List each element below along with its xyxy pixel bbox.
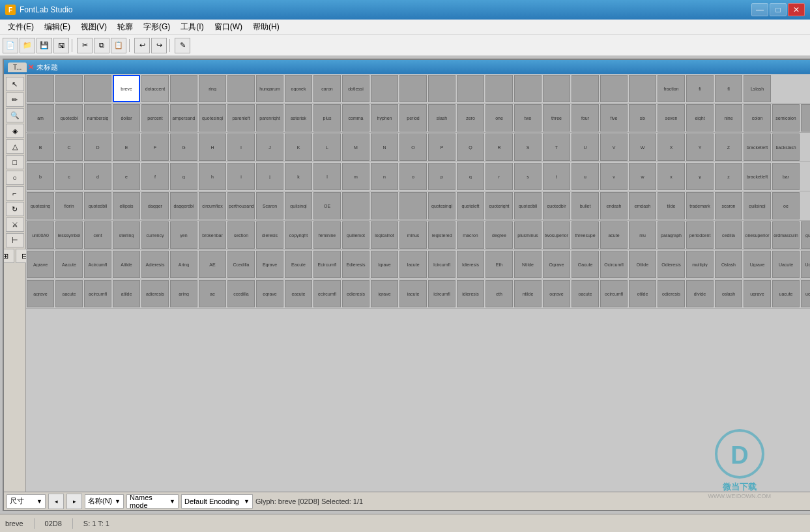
- glyph-cell[interactable]: two: [514, 104, 542, 132]
- glyph-cell[interactable]: [457, 75, 484, 102]
- glyph-cell[interactable]: quotesing: [27, 192, 54, 219]
- glyph-cell[interactable]: ae: [199, 280, 226, 307]
- glyph-cell[interactable]: Adieresis: [141, 251, 169, 278]
- glyph-cell[interactable]: lesssymbol: [55, 221, 83, 249]
- glyph-cell[interactable]: i: [227, 163, 255, 190]
- glyph-cell[interactable]: Aring: [170, 251, 197, 278]
- glyph-cell[interactable]: aring: [170, 280, 197, 307]
- glyph-cell[interactable]: percent: [141, 104, 169, 132]
- glyph-cell[interactable]: ntilde: [514, 280, 542, 307]
- close-button[interactable]: ✕: [788, 3, 805, 16]
- glyph-cell[interactable]: zero: [457, 104, 484, 132]
- tool-zoom[interactable]: 🔍: [6, 108, 24, 122]
- glyph-cell[interactable]: agrave: [27, 280, 54, 307]
- glyph-cell[interactable]: y: [686, 163, 714, 190]
- glyph-cell[interactable]: E: [113, 133, 140, 161]
- glyph-cell[interactable]: eacute: [285, 280, 312, 307]
- tool-ellipse[interactable]: ○: [6, 171, 24, 185]
- glyph-cell[interactable]: dotaccent: [141, 75, 169, 102]
- glyph-cell[interactable]: F: [141, 133, 169, 161]
- glyph-cell[interactable]: Ucircumfl: [801, 251, 810, 278]
- glyph-cell[interactable]: Igrave: [371, 251, 398, 278]
- glyph-cell[interactable]: section: [227, 221, 255, 249]
- glyph-cell[interactable]: six: [629, 104, 656, 132]
- glyph-cell[interactable]: Acircumfl: [84, 251, 111, 278]
- glyph-cell[interactable]: hungarum: [256, 75, 283, 102]
- glyph-cell[interactable]: edieresis: [342, 280, 369, 307]
- glyph-cell[interactable]: parenleft: [227, 104, 255, 132]
- tool-shape[interactable]: △: [6, 139, 24, 154]
- glyph-cell[interactable]: uacute: [772, 280, 800, 307]
- tb-cut[interactable]: ✂: [77, 38, 93, 53]
- glyph-cell[interactable]: quoteleft: [457, 192, 484, 219]
- glyph-cell[interactable]: N: [371, 133, 398, 161]
- glyph-cell[interactable]: [399, 192, 427, 219]
- minimize-button[interactable]: —: [751, 3, 768, 16]
- glyph-cell[interactable]: quoteright: [485, 192, 513, 219]
- glyph-cell[interactable]: degree: [485, 221, 513, 249]
- glyph-cell[interactable]: n: [371, 163, 398, 190]
- glyph-cell[interactable]: ocircumfl: [600, 280, 628, 307]
- glyph-cell[interactable]: daggerdbl: [170, 192, 197, 219]
- glyph-cell[interactable]: Agrave: [27, 251, 54, 278]
- glyph-cell[interactable]: paragraph: [658, 221, 685, 249]
- menu-help[interactable]: 帮助(H): [248, 20, 285, 35]
- glyph-cell[interactable]: [27, 75, 54, 102]
- glyph-cell[interactable]: Z: [715, 133, 742, 161]
- glyph-cell[interactable]: v: [600, 163, 628, 190]
- tool-extra1[interactable]: ⊞: [4, 249, 14, 263]
- glyph-cell[interactable]: oslash: [715, 280, 742, 307]
- zoom-fit-btn[interactable]: ◂: [48, 494, 64, 509]
- glyph-cell[interactable]: [571, 75, 599, 102]
- glyph-cell[interactable]: Ccedilla: [227, 251, 255, 278]
- glyph-cell[interactable]: bracketleft: [744, 133, 771, 161]
- glyph-cell[interactable]: oe: [772, 192, 800, 219]
- glyph-cell[interactable]: slash: [428, 104, 456, 132]
- glyph-cell[interactable]: bracketleft: [744, 163, 771, 190]
- glyph-cell[interactable]: Otilde: [629, 251, 656, 278]
- zoom-fit-btn2[interactable]: ▸: [66, 494, 82, 509]
- glyph-cell[interactable]: [84, 75, 111, 102]
- menu-view[interactable]: 视图(V): [76, 20, 112, 35]
- tb-redo[interactable]: ↪: [151, 38, 167, 53]
- glyph-cell[interactable]: currency: [141, 221, 169, 249]
- glyph-cell[interactable]: ogonek: [285, 75, 312, 102]
- glyph-cell[interactable]: five: [600, 104, 628, 132]
- glyph-cell[interactable]: [227, 75, 255, 102]
- glyph-cell[interactable]: Iacute: [399, 251, 427, 278]
- glyph-cell[interactable]: quotedbll: [84, 192, 111, 219]
- glyph-cell[interactable]: z: [715, 163, 742, 190]
- tool-rect[interactable]: □: [6, 155, 24, 169]
- font-tab-close[interactable]: ✕: [28, 63, 34, 72]
- glyph-cell[interactable]: ellipsis: [113, 192, 140, 219]
- glyph-cell[interactable]: Odieresis: [658, 251, 685, 278]
- glyph-cell[interactable]: c: [55, 163, 83, 190]
- tool-pen[interactable]: ✏: [6, 92, 24, 107]
- glyph-cell[interactable]: Ograve: [543, 251, 570, 278]
- glyph-cell[interactable]: less: [801, 104, 810, 132]
- glyph-cell[interactable]: b: [27, 163, 54, 190]
- glyph-cell[interactable]: m: [342, 163, 369, 190]
- glyph-cell[interactable]: G: [170, 133, 197, 161]
- glyph-cell[interactable]: cent: [84, 221, 111, 249]
- glyph-cell[interactable]: yen: [170, 221, 197, 249]
- tool-node[interactable]: ◈: [6, 124, 24, 138]
- glyph-cell[interactable]: [371, 75, 398, 102]
- glyph-cell[interactable]: l: [313, 163, 341, 190]
- glyph-cell[interactable]: nine: [715, 104, 742, 132]
- glyph-cell[interactable]: quotesingl: [428, 192, 456, 219]
- glyph-cell[interactable]: [399, 75, 427, 102]
- tb-special[interactable]: ✎: [175, 38, 190, 53]
- glyph-cell[interactable]: d: [84, 163, 111, 190]
- glyph-cell[interactable]: D: [84, 133, 111, 161]
- glyph-cell[interactable]: s: [514, 163, 542, 190]
- glyph-cell[interactable]: Idieresis: [457, 251, 484, 278]
- glyph-cell[interactable]: sterling: [113, 221, 140, 249]
- glyph-cell[interactable]: Eth: [485, 251, 513, 278]
- glyph-cell[interactable]: k: [285, 163, 312, 190]
- glyph-cell[interactable]: o: [399, 163, 427, 190]
- glyph-cell[interactable]: Icircumfl: [428, 251, 456, 278]
- glyph-cell[interactable]: w: [629, 163, 656, 190]
- glyph-cell[interactable]: caron: [313, 75, 341, 102]
- glyph-cell[interactable]: cedilla: [715, 221, 742, 249]
